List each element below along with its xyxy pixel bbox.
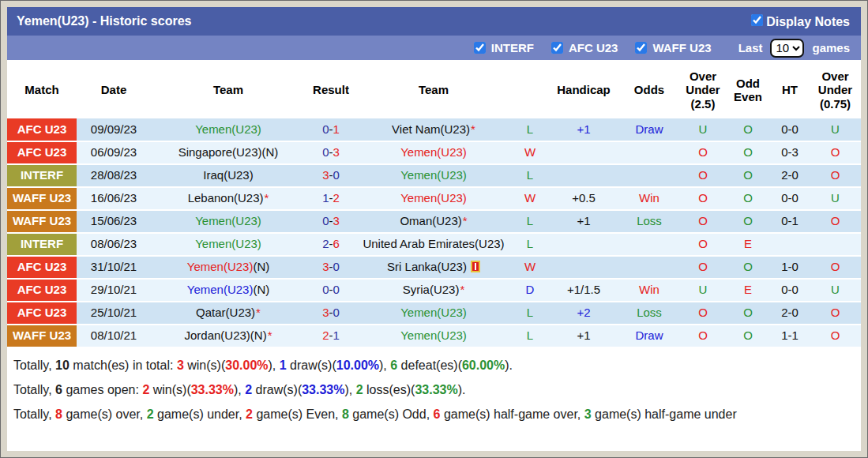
summary-segment: 2 — [142, 383, 149, 396]
summary-segment: 33.33% — [415, 383, 457, 396]
match-date: 29/10/21 — [77, 279, 151, 302]
summary-segment: 33.33% — [302, 383, 344, 396]
summary-segment: 3 — [584, 407, 592, 421]
odd-even-value: O — [726, 118, 770, 141]
match-row: AFC U2309/09/23Yemen(U23)0-1Viet Nam(U23… — [7, 118, 861, 141]
summary-segment: ), — [379, 359, 390, 372]
odd-even-value: O — [726, 141, 770, 164]
column-header-odds: Odds — [618, 60, 680, 118]
column-header-odd-even: Odd Even — [726, 60, 770, 118]
summary-segment: ). — [505, 359, 513, 372]
summary-segment: ), — [234, 383, 245, 396]
home-score: 2 — [322, 328, 329, 342]
odd-even-value: O — [726, 210, 770, 233]
match-date: 06/09/23 — [77, 141, 151, 164]
wdl-indicator: L — [511, 233, 549, 256]
league-badge: WAFF U23 — [7, 210, 77, 233]
home-score: 0 — [322, 145, 329, 159]
summary-segment: 60.00% — [462, 359, 505, 372]
team-name: Singapore(U23)(N) — [178, 145, 279, 159]
interf-label: INTERF — [491, 41, 534, 54]
over-under-0-75-value: O — [810, 325, 861, 347]
over-under-2-5-value: O — [680, 187, 726, 210]
away-score: 0 — [333, 306, 340, 319]
odds-result — [618, 233, 680, 256]
league-badge: WAFF U23 — [7, 187, 77, 210]
summary-segment: 8 — [55, 407, 62, 421]
display-notes-checkbox[interactable] — [751, 14, 763, 26]
summary-segment: 30.00% — [225, 359, 268, 372]
team-name: Lebanon(U23) — [188, 191, 264, 205]
waff-u23-checkbox[interactable] — [635, 42, 647, 54]
filter-bar: INTERF AFC U23 WAFF U23 Last 10 games — [7, 36, 861, 60]
summary-segment: games open: — [62, 383, 142, 396]
odd-even-value: O — [726, 164, 770, 187]
content-panel: Yemen(U23) - Historic scores Display Not… — [7, 7, 861, 451]
match-result: 0-0 — [306, 279, 356, 302]
neutral-venue-marker: (N) — [253, 260, 269, 273]
league-badge: WAFF U23 — [7, 325, 77, 347]
team-name: Oman(U23) — [400, 214, 461, 227]
summary-segment: Totally, — [13, 359, 55, 372]
over-under-0-75-value: U — [810, 279, 861, 302]
summary-segment: 2 — [356, 383, 363, 396]
wdl-indicator: W — [511, 256, 549, 279]
afc-u23-checkbox[interactable] — [551, 42, 563, 54]
away-score: 0 — [333, 260, 340, 273]
match-row: AFC U2331/10/21Yemen(U23)(N)3-0Sri Lanka… — [7, 256, 861, 279]
team-name: Yemen(U23) — [195, 122, 261, 136]
match-row: AFC U2329/10/21Yemen(U23)(N)0-0Syria(U23… — [7, 279, 861, 302]
away-score: 0 — [333, 168, 340, 182]
handicap-value: +1 — [549, 118, 618, 141]
summary-segment: win(s)( — [149, 383, 190, 396]
team-name: Qatar(U23) — [196, 306, 255, 319]
over-under-0-75-value: O — [810, 256, 861, 279]
league-badge: INTERF — [7, 233, 77, 256]
away-team: Viet Nam(U23)* — [356, 118, 511, 141]
over-under-0-75-value — [810, 233, 861, 256]
match-date: 28/08/23 — [77, 164, 151, 187]
column-header-ht: HT — [770, 60, 810, 118]
odds-result: Win — [618, 187, 680, 210]
column-header-team1: Team — [151, 60, 306, 118]
away-score: 1 — [333, 328, 340, 342]
star-icon: * — [268, 328, 272, 342]
title-bar: Yemen(U23) - Historic scores Display Not… — [7, 7, 861, 36]
team-name: Yemen(U23) — [195, 214, 261, 227]
ht-score — [770, 233, 810, 256]
away-team: Oman(U23)* — [356, 210, 511, 233]
league-badge: AFC U23 — [7, 256, 77, 279]
match-date: 09/09/23 — [77, 118, 151, 141]
home-team: Yemen(U23) — [151, 210, 306, 233]
match-date: 08/10/21 — [77, 325, 151, 347]
last-label: Last — [738, 41, 763, 54]
games-count-select[interactable]: 10 — [770, 39, 804, 58]
summary-segment: ). — [458, 383, 466, 396]
interf-checkbox[interactable] — [474, 42, 486, 54]
summary-segment: ), — [344, 383, 355, 396]
summary-segment: 2 — [147, 407, 154, 421]
team-name: Yemen(U23) — [195, 237, 261, 250]
home-score: 3 — [322, 306, 329, 319]
home-score: 0 — [322, 214, 329, 227]
home-score: 0 — [322, 122, 329, 136]
match-row: WAFF U2315/06/23Yemen(U23)0-3Oman(U23)*L… — [7, 210, 861, 233]
home-score: 3 — [322, 260, 329, 273]
away-team: Yemen(U23) — [356, 302, 511, 325]
summary-segment: Totally, — [13, 383, 55, 396]
wdl-indicator: L — [511, 164, 549, 187]
ht-score: 0-0 — [770, 187, 810, 210]
league-badge: INTERF — [7, 164, 77, 187]
home-team: Qatar(U23)* — [151, 302, 306, 325]
summary-segment: loss(es)( — [363, 383, 415, 396]
summary-section: Totally, 10 match(es) in total: 3 win(s)… — [7, 348, 861, 426]
team-name: Iraq(U23) — [203, 168, 253, 182]
home-team: Lebanon(U23)* — [151, 187, 306, 210]
over-under-2-5-value: O — [680, 302, 726, 325]
summary-segment: game(s) Even, — [253, 407, 342, 421]
column-header-wdl — [511, 60, 549, 118]
ht-score: 0-0 — [770, 279, 810, 302]
match-result: 0-3 — [306, 210, 356, 233]
over-under-2-5-value: O — [680, 256, 726, 279]
home-score: 3 — [322, 168, 329, 182]
